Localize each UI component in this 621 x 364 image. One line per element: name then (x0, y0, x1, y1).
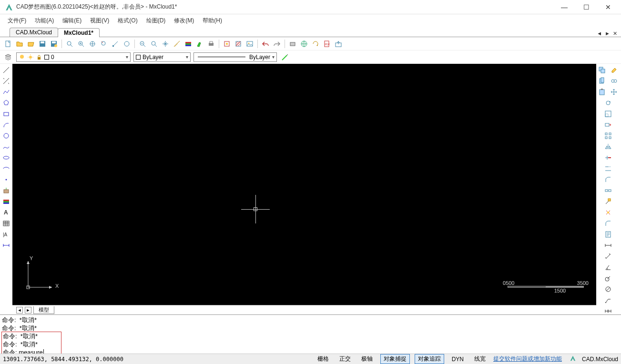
redo-icon[interactable] (272, 39, 282, 49)
zoom-scale-icon[interactable] (122, 39, 132, 49)
block-tool-icon[interactable] (1, 185, 11, 196)
status-lwt[interactable]: 线宽 (471, 354, 489, 364)
command-input-line[interactable]: 命令: measure (3, 348, 60, 354)
spline-tool-icon[interactable] (1, 142, 11, 152)
xline-tool-icon[interactable] (1, 76, 11, 86)
ellipse-arc-tool-icon[interactable] (1, 163, 11, 174)
status-osnap[interactable]: 对象捕捉 (380, 354, 410, 364)
color-layers-icon[interactable] (183, 39, 193, 49)
globe-icon[interactable] (299, 39, 309, 49)
open-file-icon[interactable] (14, 39, 25, 49)
tab-cad-mxcloud[interactable]: CAD.MxCloud (10, 28, 58, 37)
properties-icon[interactable] (596, 229, 620, 240)
layer-properties-icon[interactable] (3, 52, 13, 62)
menu-help[interactable]: 帮助(H) (199, 16, 226, 26)
polyline-tool-icon[interactable] (1, 87, 11, 97)
status-ortho[interactable]: 正交 (336, 354, 354, 364)
refresh-icon[interactable] (310, 39, 321, 49)
maximize-button[interactable]: ☐ (575, 0, 597, 14)
offset-icon[interactable] (608, 76, 620, 86)
dimension-tool-icon[interactable] (1, 240, 11, 251)
break-icon[interactable] (596, 185, 620, 196)
open-folder-icon[interactable] (26, 39, 36, 49)
chevron-down-icon[interactable]: ▾ (272, 54, 275, 60)
tab-next-icon[interactable]: ► (604, 30, 611, 37)
zoom-in-icon[interactable] (76, 39, 86, 49)
chevron-down-icon[interactable]: ▾ (186, 54, 188, 60)
copy-icon[interactable] (596, 65, 608, 75)
tab-prev-icon[interactable]: ◄ (596, 30, 603, 37)
status-polar[interactable]: 极轴 (358, 354, 376, 364)
dim-aligned-icon[interactable] (596, 251, 620, 262)
ellipse-tool-icon[interactable] (1, 152, 11, 163)
feedback-link[interactable]: 提交软件问题或增加新功能 (493, 355, 562, 363)
measure-icon[interactable] (172, 39, 182, 49)
copy-clipboard-icon[interactable] (596, 76, 608, 86)
trim-icon[interactable] (596, 152, 620, 163)
rotate-icon[interactable] (596, 98, 620, 108)
move-icon[interactable] (608, 87, 620, 97)
dim-angular-icon[interactable] (596, 262, 620, 273)
line-tool-icon[interactable] (1, 65, 11, 75)
close-button[interactable]: ✕ (597, 0, 619, 14)
zoom-window-icon[interactable] (64, 39, 75, 49)
hatch-icon[interactable] (233, 39, 244, 49)
menu-view[interactable]: 视图(V) (86, 16, 113, 26)
dim-linear-icon[interactable] (596, 240, 620, 251)
table-tool-icon[interactable] (1, 218, 11, 229)
model-tab[interactable]: 模型 (33, 306, 54, 314)
dim-radius-icon[interactable] (596, 273, 620, 283)
arc-tool-icon[interactable] (1, 120, 11, 130)
multiline-text-icon[interactable]: |A (1, 229, 11, 240)
zoom-all-icon[interactable] (149, 39, 159, 49)
chevron-down-icon[interactable]: ▾ (126, 54, 128, 60)
print-preview-icon[interactable] (287, 39, 298, 49)
polygon-tool-icon[interactable] (1, 98, 11, 108)
layer-selector[interactable]: 0 ▾ (16, 52, 131, 62)
extend-icon[interactable] (596, 163, 620, 174)
save-as-icon[interactable] (49, 39, 59, 49)
menu-format[interactable]: 格式(O) (114, 16, 141, 26)
pdf-export-icon[interactable]: PDF (322, 39, 332, 49)
mirror-icon[interactable] (596, 142, 620, 152)
color-selector[interactable]: ByLayer ▾ (133, 52, 191, 62)
tab-scroll-left-icon[interactable]: ◄ (16, 307, 23, 313)
pan-icon[interactable] (160, 39, 171, 49)
rectangle-tool-icon[interactable] (1, 109, 11, 119)
fillet-icon[interactable] (596, 218, 620, 229)
highlight-icon[interactable] (194, 39, 205, 49)
text-tool-icon[interactable]: A (1, 207, 11, 218)
circle-tool-icon[interactable] (1, 131, 11, 141)
drawing-canvas[interactable]: Y X 0 500 3500 1500 (12, 64, 596, 305)
menu-draw[interactable]: 绘图(D) (143, 16, 170, 26)
menu-file[interactable]: 文件(F) (4, 16, 30, 26)
zoom-realtime-icon[interactable] (110, 39, 121, 49)
linetype-selector[interactable]: ByLayer ▾ (193, 52, 277, 62)
stretch-icon[interactable] (596, 120, 620, 130)
menu-function[interactable]: 功能(A) (31, 16, 58, 26)
zoom-extents-icon[interactable] (87, 39, 98, 49)
new-file-icon[interactable] (3, 39, 13, 49)
menu-edit[interactable]: 编辑(E) (59, 16, 85, 26)
status-dyn[interactable]: DYN (449, 355, 467, 363)
point-tool-icon[interactable] (1, 174, 11, 185)
match-properties-icon[interactable] (596, 196, 620, 207)
export-icon[interactable] (333, 39, 344, 49)
erase-icon[interactable] (608, 65, 620, 75)
status-grid[interactable]: 栅格 (315, 354, 332, 364)
tab-mxcloud1[interactable]: MxCloud1* (58, 28, 100, 37)
print-icon[interactable] (206, 39, 216, 49)
lineweight-icon[interactable] (280, 52, 290, 62)
explode-icon[interactable] (596, 207, 620, 218)
menu-modify[interactable]: 修改(M) (170, 16, 198, 26)
leader-icon[interactable] (596, 295, 620, 305)
undo-icon[interactable] (260, 39, 271, 49)
block-insert-icon[interactable] (222, 39, 232, 49)
status-otrack[interactable]: 对象追踪 (415, 354, 444, 364)
image-insert-icon[interactable] (244, 39, 255, 49)
chamfer-icon[interactable] (596, 174, 620, 185)
hatch-color-tool-icon[interactable] (1, 196, 11, 207)
zoom-previous-icon[interactable] (99, 39, 109, 49)
array-icon[interactable] (596, 131, 620, 141)
zoom-out-icon[interactable] (137, 39, 148, 49)
